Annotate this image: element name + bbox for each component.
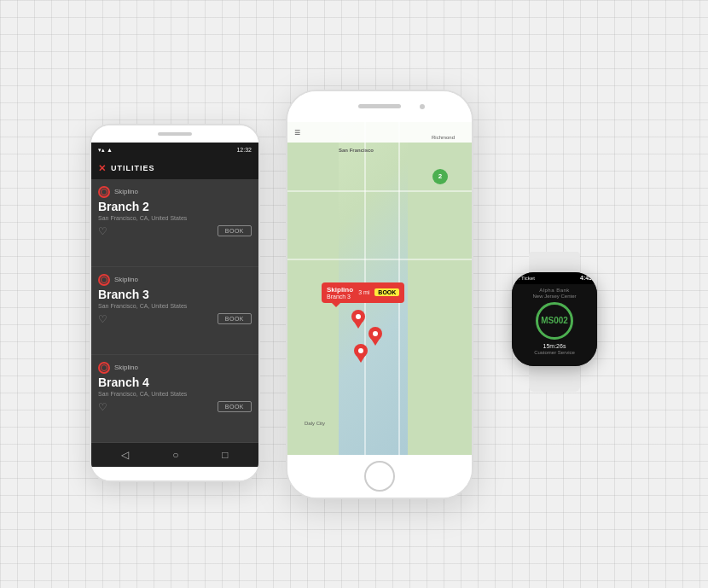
- signal-icons: ▾▴ ▲: [98, 147, 113, 154]
- apple-watch: < Ticket 4:41 Alpha Bank New Jersey Cent…: [490, 252, 618, 405]
- book-button-2[interactable]: BOOK: [218, 313, 252, 324]
- android-bottom-bar: [91, 467, 258, 480]
- branch-item-2[interactable]: Skiplino Branch 3 San Francisco, CA, Uni…: [91, 267, 258, 355]
- close-icon[interactable]: ✕: [98, 163, 106, 174]
- map-tooltip: Skiplino Branch 3 3 mi BOOK: [322, 282, 404, 303]
- branch-item-3[interactable]: Skiplino Branch 4 San Francisco, CA, Uni…: [91, 355, 258, 443]
- tooltip-brand: Skiplino: [327, 286, 353, 294]
- watch-body: < Ticket 4:41 Alpha Bank New Jersey Cent…: [512, 272, 597, 366]
- brand-1: Skiplino: [114, 188, 138, 195]
- watch-screen: Alpha Bank New Jersey Center MS002 15m:2…: [512, 284, 597, 366]
- branch-item-top-3: Skiplino: [98, 362, 252, 374]
- svg-point-2: [356, 314, 361, 319]
- branch-list: Skiplino Branch 2 San Francisco, CA, Uni…: [91, 179, 258, 443]
- watch-ticket-number: MS002: [541, 316, 568, 325]
- branch-location-3: San Francisco, CA, United States: [98, 391, 252, 397]
- tooltip-distance: 3 mi: [358, 289, 369, 295]
- favorite-icon-2[interactable]: ♡: [98, 313, 107, 325]
- map-label-richmond: Richmond: [432, 135, 455, 140]
- favorite-icon-3[interactable]: ♡: [98, 401, 107, 413]
- iphone-camera: [420, 104, 425, 109]
- branch-item-1[interactable]: Skiplino Branch 2 San Francisco, CA, Uni…: [91, 179, 258, 267]
- watch-center-name: New Jersey Center: [532, 294, 576, 299]
- iphone-bottom: [287, 455, 472, 498]
- skiplino-icon-3: [98, 362, 110, 374]
- skiplino-icon-2: [98, 274, 110, 286]
- watch-service-label: Customer Service: [534, 350, 575, 355]
- watch-wait-time: 15m:26s: [543, 343, 566, 349]
- watch-bank-name: Alpha Bank: [539, 288, 570, 293]
- brand-3: Skiplino: [114, 364, 138, 371]
- iphone: ≡ 2: [286, 90, 473, 499]
- android-bottom-nav: ◁ ○ □: [91, 443, 258, 467]
- recent-nav-icon[interactable]: □: [222, 449, 228, 461]
- map-road-1: [287, 190, 472, 192]
- map-label-sf: San Francisco: [339, 148, 374, 153]
- header-label: UTILITIES: [111, 164, 155, 172]
- android-status-bar: ▾▴ ▲ 12:32: [91, 143, 258, 158]
- watch-ticket-circle: MS002: [536, 302, 573, 340]
- hamburger-icon[interactable]: ≡: [294, 126, 300, 138]
- branch-location-2: San Francisco, CA, United States: [98, 303, 252, 309]
- branch-actions-1: ♡ BOOK: [98, 225, 252, 237]
- scene: ▾▴ ▲ 12:32 ✕ UTILITIES Skiplino Branch 2…: [0, 0, 708, 588]
- tooltip-content: Skiplino Branch 3: [327, 286, 353, 300]
- watch-back-label[interactable]: < Ticket: [517, 276, 535, 281]
- brand-2: Skiplino: [114, 276, 138, 283]
- android-speaker: [158, 132, 192, 136]
- iphone-top: [287, 91, 472, 122]
- map-pin-3: [354, 344, 368, 366]
- back-nav-icon[interactable]: ◁: [121, 449, 129, 461]
- tooltip-arrow: [332, 303, 340, 307]
- book-button-1[interactable]: BOOK: [218, 225, 252, 236]
- tooltip-book-button[interactable]: BOOK: [374, 288, 399, 296]
- branch-name-3: Branch 4: [98, 376, 252, 389]
- branch-name-2: Branch 3: [98, 288, 252, 301]
- branch-actions-2: ♡ BOOK: [98, 313, 252, 325]
- branch-item-top-1: Skiplino: [98, 186, 252, 198]
- iphone-home-button[interactable]: [364, 461, 395, 492]
- branch-actions-3: ♡ BOOK: [98, 401, 252, 413]
- svg-marker-1: [354, 322, 363, 329]
- status-time: 12:32: [236, 147, 252, 153]
- watch-band-bottom: [529, 366, 580, 392]
- map-pin-1: [351, 310, 365, 332]
- android-nav-header: ✕ UTILITIES: [91, 158, 258, 179]
- android-screen: ▾▴ ▲ 12:32 ✕ UTILITIES Skiplino Branch 2…: [91, 143, 258, 467]
- svg-point-5: [373, 331, 378, 336]
- watch-band-top: [529, 252, 580, 272]
- book-button-3[interactable]: BOOK: [218, 401, 252, 412]
- watch-status-bar: < Ticket 4:41: [512, 272, 597, 284]
- map-label-daly: Daly City: [305, 421, 325, 426]
- home-nav-icon[interactable]: ○: [172, 449, 178, 461]
- map-road-2: [287, 259, 472, 260]
- svg-marker-7: [357, 356, 365, 363]
- android-top-bar: [91, 125, 258, 143]
- watch-time: 4:41: [580, 275, 592, 281]
- favorite-icon-1[interactable]: ♡: [98, 225, 107, 237]
- iphone-screen: ≡ 2: [287, 122, 472, 455]
- branch-location-1: San Francisco, CA, United States: [98, 215, 252, 221]
- android-phone: ▾▴ ▲ 12:32 ✕ UTILITIES Skiplino Branch 2…: [90, 124, 260, 482]
- branch-name-1: Branch 2: [98, 200, 252, 213]
- branch-item-top-2: Skiplino: [98, 274, 252, 286]
- map-pin-2: [369, 327, 382, 349]
- skiplino-icon-1: [98, 186, 110, 198]
- map-badge: 2: [432, 169, 448, 184]
- svg-point-8: [358, 348, 363, 353]
- tooltip-branch: Branch 3: [327, 294, 353, 300]
- iphone-speaker: [358, 104, 401, 108]
- svg-marker-4: [371, 339, 380, 346]
